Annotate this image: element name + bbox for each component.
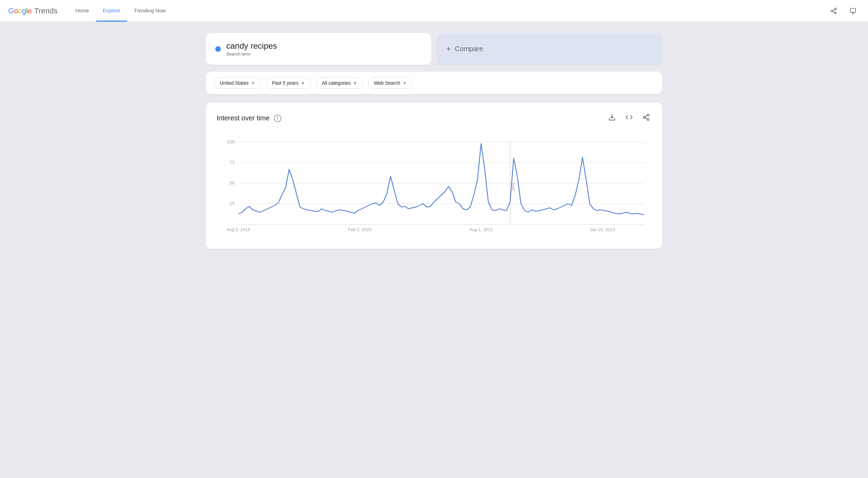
chart-title-area: Interest over time ? bbox=[217, 114, 281, 122]
search-card: candy recipes Search term bbox=[206, 33, 431, 65]
chart-share-button[interactable] bbox=[641, 112, 651, 124]
logo-link[interactable]: Google Trends bbox=[8, 7, 58, 15]
share-icon bbox=[830, 8, 837, 14]
main-content: candy recipes Search term + Compare Unit… bbox=[197, 22, 671, 260]
x-label-2023: Jan 29, 2023 bbox=[590, 227, 615, 232]
svg-point-9 bbox=[647, 114, 649, 116]
trends-wordmark: Trends bbox=[34, 7, 58, 15]
svg-point-0 bbox=[835, 8, 836, 10]
header: Google Trends Home Explore Trending Now bbox=[0, 0, 868, 22]
svg-rect-5 bbox=[851, 8, 856, 12]
share-button[interactable] bbox=[827, 4, 841, 18]
region-filter[interactable]: United States ▼ bbox=[214, 77, 261, 89]
download-button[interactable] bbox=[607, 112, 617, 124]
x-label-2018: Aug 5, 2018 bbox=[227, 227, 250, 232]
searchtype-label: Web Search bbox=[374, 80, 400, 86]
chart-header: Interest over time ? bbox=[217, 112, 651, 124]
compare-plus-icon: + bbox=[446, 45, 451, 53]
main-nav: Home Explore Trending Now bbox=[69, 0, 173, 22]
search-type: Search term bbox=[226, 51, 277, 57]
help-icon[interactable]: ? bbox=[274, 115, 281, 122]
search-area: candy recipes Search term + Compare bbox=[206, 33, 662, 65]
chart-title: Interest over time bbox=[217, 114, 270, 122]
chart-card: Interest over time ? bbox=[206, 103, 662, 249]
interest-chart: 100 75 50 25 Note Aug 5, 2018 Feb 2, 202… bbox=[217, 135, 651, 238]
nav-home[interactable]: Home bbox=[69, 0, 96, 22]
time-arrow-icon: ▼ bbox=[301, 81, 305, 85]
search-dot bbox=[215, 46, 221, 52]
svg-line-4 bbox=[833, 9, 835, 10]
embed-button[interactable] bbox=[624, 112, 634, 124]
filters-card: United States ▼ Past 5 years ▼ All categ… bbox=[206, 72, 662, 94]
header-actions bbox=[827, 4, 860, 18]
google-logo: Google bbox=[8, 7, 32, 15]
nav-trending[interactable]: Trending Now bbox=[127, 0, 173, 22]
region-arrow-icon: ▼ bbox=[251, 81, 255, 85]
chart-line bbox=[238, 144, 644, 215]
region-label: United States bbox=[220, 80, 249, 86]
embed-icon bbox=[625, 113, 633, 121]
x-label-2021: Aug 1, 2021 bbox=[469, 227, 493, 232]
download-icon bbox=[608, 113, 616, 121]
chart-actions bbox=[607, 112, 651, 124]
svg-line-3 bbox=[833, 11, 835, 12]
compare-label: Compare bbox=[455, 45, 483, 53]
nav-explore[interactable]: Explore bbox=[96, 0, 127, 22]
feedback-icon bbox=[849, 8, 856, 14]
y-label-50: 50 bbox=[230, 180, 235, 186]
svg-point-1 bbox=[831, 10, 833, 12]
svg-point-11 bbox=[647, 119, 649, 121]
chart-container: 100 75 50 25 Note Aug 5, 2018 Feb 2, 202… bbox=[217, 135, 651, 239]
y-label-100: 100 bbox=[227, 139, 235, 144]
time-label: Past 5 years bbox=[272, 80, 299, 86]
note-text: Note bbox=[511, 183, 516, 191]
feedback-button[interactable] bbox=[846, 4, 860, 18]
y-label-25: 25 bbox=[230, 201, 235, 206]
time-filter[interactable]: Past 5 years ▼ bbox=[266, 77, 311, 89]
svg-line-12 bbox=[645, 118, 647, 119]
svg-point-2 bbox=[835, 12, 836, 14]
category-filter[interactable]: All categories ▼ bbox=[316, 77, 363, 89]
searchtype-arrow-icon: ▼ bbox=[403, 81, 406, 85]
svg-point-10 bbox=[643, 116, 646, 118]
category-arrow-icon: ▼ bbox=[353, 81, 357, 85]
search-term: candy recipes bbox=[226, 41, 277, 51]
svg-line-13 bbox=[645, 116, 647, 117]
x-label-2020: Feb 2, 2020 bbox=[348, 227, 372, 232]
chart-share-icon bbox=[642, 113, 650, 121]
y-label-75: 75 bbox=[230, 160, 235, 165]
category-label: All categories bbox=[322, 80, 351, 86]
searchtype-filter[interactable]: Web Search ▼ bbox=[368, 77, 412, 89]
search-term-info: candy recipes Search term bbox=[226, 41, 277, 57]
compare-card[interactable]: + Compare bbox=[437, 33, 662, 65]
